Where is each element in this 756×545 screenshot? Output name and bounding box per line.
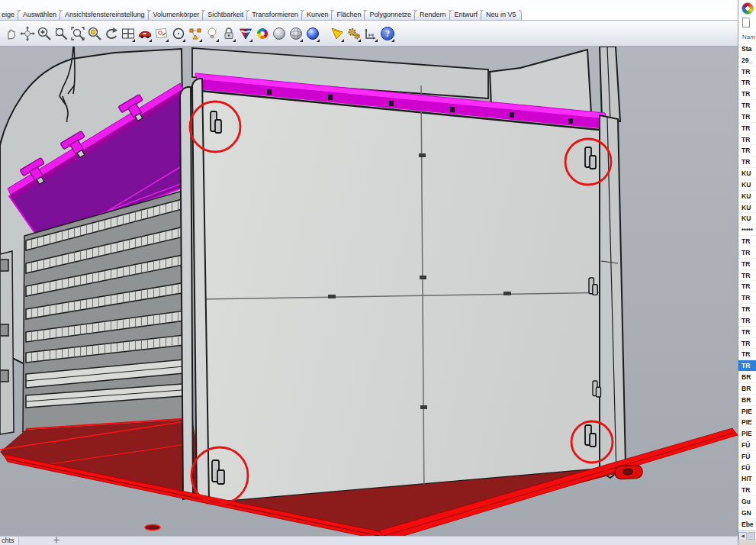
- viewport-tab-icon[interactable]: [53, 537, 60, 545]
- layer-row[interactable]: GN: [738, 508, 756, 519]
- layer-list: Sta29_TRTRTRTRTRTRTRTRTRKUKUKUKUKU•••••T…: [738, 44, 756, 530]
- layer-row[interactable]: FÜ: [738, 440, 756, 451]
- layer-row[interactable]: KU: [738, 202, 756, 214]
- zoom-in-icon[interactable]: [36, 24, 52, 44]
- scrollbar-thumb[interactable]: [748, 532, 755, 540]
- panel-footer: [738, 540, 756, 545]
- layer-row[interactable]: TR: [738, 338, 756, 350]
- layer-row[interactable]: KU: [738, 191, 756, 202]
- layer-row[interactable]: TR: [738, 236, 756, 247]
- layer-row[interactable]: TR: [738, 156, 756, 168]
- control-points-icon[interactable]: [187, 24, 203, 44]
- layer-row[interactable]: TR: [738, 89, 756, 100]
- layer-row[interactable]: TR: [738, 292, 756, 304]
- layer-row[interactable]: TR: [738, 66, 756, 78]
- layer-row[interactable]: KU: [738, 213, 756, 224]
- layer-row[interactable]: BR: [738, 395, 756, 406]
- render-blue-sphere-icon[interactable]: [304, 24, 320, 44]
- zoom-selected-icon[interactable]: [86, 24, 102, 44]
- menu-tab[interactable]: Ansichtsfenstereinstellung: [60, 10, 150, 20]
- color-wheel-panel-icon[interactable]: [742, 2, 754, 15]
- dimension-tool-icon[interactable]: [362, 24, 378, 44]
- layer-row[interactable]: PIE: [738, 406, 756, 418]
- layer-row[interactable]: •••••: [738, 224, 756, 236]
- menu-tab[interactable]: Transformieren: [246, 10, 304, 20]
- layer-row[interactable]: TR: [738, 349, 756, 360]
- menu-tab[interactable]: Volumenkörper: [148, 10, 205, 20]
- layer-row[interactable]: Sta: [738, 44, 756, 55]
- display-mode-icon[interactable]: [237, 24, 253, 44]
- svg-text:?: ?: [385, 28, 390, 39]
- layer-row[interactable]: Ebe: [738, 519, 756, 530]
- 3d-viewport[interactable]: [0, 47, 738, 536]
- viewport-tab[interactable]: chts: [0, 537, 19, 545]
- layer-row[interactable]: PIE: [738, 428, 756, 440]
- selection-pointer-icon[interactable]: [329, 24, 345, 44]
- render-sphere-icon[interactable]: [271, 24, 287, 44]
- layers-name-header: Nam: [742, 34, 755, 40]
- pan-hand-icon[interactable]: [2, 24, 18, 44]
- layer-row[interactable]: TR: [738, 100, 756, 111]
- layer-row[interactable]: FÜ: [738, 451, 756, 463]
- settings-gears-icon[interactable]: [346, 24, 362, 44]
- layer-row[interactable]: TR: [738, 134, 756, 146]
- zoom-extents-icon[interactable]: [69, 24, 85, 44]
- viewport-tab-bar: chts: [0, 536, 738, 545]
- menu-tab[interactable]: Polygonnetze: [364, 10, 417, 20]
- main-window-column: eigeAuswählenAnsichtsfenstereinstellungV…: [0, 0, 738, 545]
- layer-row[interactable]: TR: [738, 77, 756, 89]
- color-wheel-icon[interactable]: [254, 24, 270, 44]
- front-wall-panel: [195, 73, 612, 503]
- layer-row[interactable]: TR: [738, 123, 756, 134]
- toolbar: ?: [0, 21, 738, 47]
- zoom-window-icon[interactable]: [53, 24, 69, 44]
- floor-tab: [615, 465, 643, 479]
- lightbulb-icon[interactable]: [204, 24, 220, 44]
- layer-row[interactable]: KU: [738, 179, 756, 191]
- scroll-left-arrow-icon[interactable]: ◀: [738, 532, 747, 540]
- layer-row[interactable]: TR: [738, 304, 756, 315]
- circle-tool-icon[interactable]: [170, 24, 186, 44]
- layer-row[interactable]: FÜ: [738, 463, 756, 474]
- layer-row[interactable]: BR: [738, 372, 756, 383]
- lock-icon[interactable]: [220, 24, 236, 44]
- menu-tab[interactable]: Entwurf: [449, 10, 484, 20]
- layer-row[interactable]: Gu: [738, 496, 756, 508]
- new-document-icon[interactable]: [742, 18, 750, 27]
- menu-tab[interactable]: Rendern: [414, 10, 452, 20]
- layer-row[interactable]: TR: [738, 259, 756, 270]
- layer-row[interactable]: TR: [738, 281, 756, 292]
- layer-row[interactable]: TR: [738, 315, 756, 327]
- menu-tab[interactable]: Neu in V5: [481, 10, 522, 20]
- plan-view-icon[interactable]: [153, 24, 169, 44]
- render-wire-sphere-icon[interactable]: [288, 24, 304, 44]
- layer-row[interactable]: PIE: [738, 417, 756, 428]
- viewport-layout-icon[interactable]: [120, 24, 136, 44]
- help-icon[interactable]: ?: [379, 24, 395, 44]
- named-view-car-icon[interactable]: [137, 24, 153, 44]
- menu-tab[interactable]: Kurven: [301, 10, 334, 20]
- rotate-view-icon[interactable]: [19, 24, 35, 44]
- menu-tab[interactable]: Flächen: [331, 10, 366, 20]
- layer-row[interactable]: TR: [738, 360, 756, 372]
- layer-row[interactable]: TR: [738, 145, 756, 156]
- layer-row[interactable]: TR: [738, 485, 756, 496]
- menu-strip: [0, 0, 738, 10]
- menu-tab[interactable]: Auswählen: [18, 10, 62, 20]
- layer-row[interactable]: 29_: [738, 55, 756, 66]
- layer-row[interactable]: BR: [738, 383, 756, 395]
- layer-row[interactable]: KU: [738, 168, 756, 179]
- layers-panel: Nam Sta29_TRTRTRTRTRTRTRTRTRKUKUKUKUKU••…: [738, 0, 756, 545]
- layer-row[interactable]: TR: [738, 111, 756, 123]
- layer-row[interactable]: TR: [738, 327, 756, 338]
- layer-row[interactable]: TR: [738, 247, 756, 259]
- layer-row[interactable]: TR: [738, 270, 756, 282]
- menu-tab[interactable]: Sichtbarkeit: [202, 10, 249, 20]
- menu-tab-bar: eigeAuswählenAnsichtsfenstereinstellungV…: [0, 10, 738, 21]
- undo-view-icon[interactable]: [103, 24, 119, 44]
- layer-row[interactable]: HIT: [738, 473, 756, 485]
